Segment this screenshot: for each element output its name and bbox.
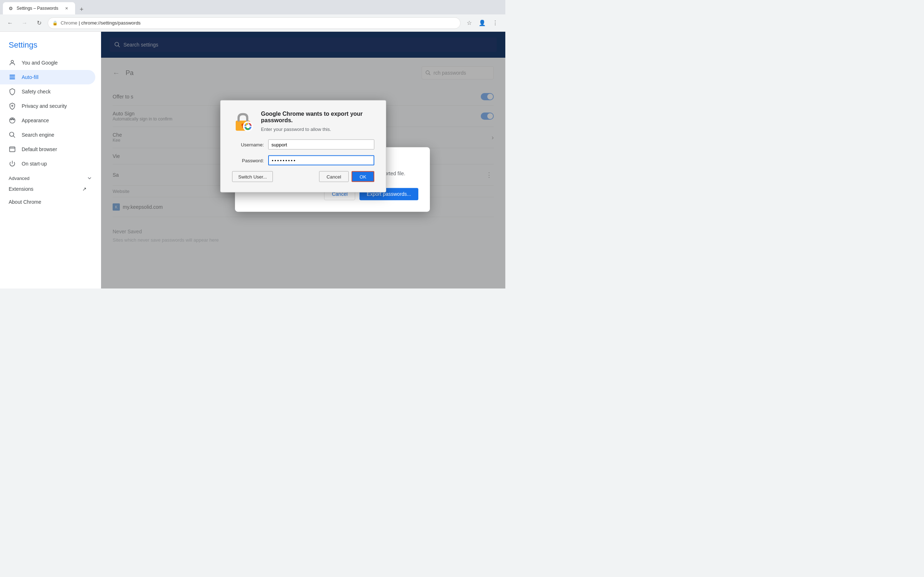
sidebar-item-on-startup[interactable]: On start-up [0, 156, 95, 171]
sidebar-item-label: Search engine [22, 132, 54, 138]
auth-ok-button[interactable]: OK [352, 171, 374, 182]
sidebar-item-search-engine[interactable]: Search engine [0, 128, 95, 142]
sidebar-item-label: On start-up [22, 161, 47, 167]
tab-bar: ⚙ Settings – Passwords ✕ + [0, 0, 505, 15]
auth-dialog-text: Google Chrome wants to export your passw… [261, 111, 374, 132]
tab-close-button[interactable]: ✕ [63, 5, 69, 11]
back-button[interactable]: ← [4, 17, 16, 29]
extensions-label: Extensions [9, 186, 33, 192]
svg-point-6 [10, 119, 11, 120]
svg-point-4 [11, 105, 13, 106]
advanced-label: Advanced [9, 176, 30, 181]
password-label: Password: [232, 158, 268, 163]
bookmark-button[interactable]: ☆ [464, 17, 475, 29]
main-content: ← Pa Offer to s [101, 32, 505, 288]
sidebar-item-label: Auto-fill [22, 74, 39, 80]
sidebar-item-label: Privacy and security [22, 103, 67, 109]
nav-actions: ☆ 👤 ⋮ [464, 17, 501, 29]
auth-dialog-title: Google Chrome wants to export your passw… [261, 111, 374, 124]
about-chrome-label: About Chrome [9, 199, 41, 205]
url-display: Chrome | chrome://settings/passwords [61, 20, 141, 26]
auth-cancel-button[interactable]: Cancel [319, 171, 349, 182]
sidebar: Settings You and Google Auto-fill Safety… [0, 32, 101, 288]
person-icon [9, 59, 16, 66]
forward-button[interactable]: → [19, 17, 30, 29]
sidebar-item-you-and-google[interactable]: You and Google [0, 56, 95, 70]
sidebar-item-about-chrome[interactable]: About Chrome [0, 195, 95, 208]
sidebar-item-safety-check[interactable]: Safety check [0, 84, 95, 99]
sidebar-item-label: Default browser [22, 147, 57, 152]
active-tab[interactable]: ⚙ Settings – Passwords ✕ [3, 2, 75, 15]
sidebar-item-extensions[interactable]: Extensions ↗ [0, 182, 95, 195]
svg-point-7 [12, 119, 13, 120]
list-icon [9, 74, 16, 81]
power-icon [9, 160, 16, 167]
tab-favicon: ⚙ [9, 6, 14, 11]
security-icon: 🔒 [52, 21, 58, 26]
sidebar-item-label: You and Google [22, 60, 58, 66]
shield-icon [9, 88, 16, 95]
sidebar-title: Settings [0, 37, 101, 56]
svg-rect-1 [10, 75, 15, 76]
external-link-icon: ↗ [82, 186, 87, 192]
auth-dialog-actions: Switch User... Cancel OK [232, 171, 374, 182]
username-input[interactable] [268, 140, 374, 150]
sidebar-section-advanced[interactable]: Advanced [0, 171, 101, 182]
new-tab-button[interactable]: + [76, 4, 87, 15]
sidebar-item-appearance[interactable]: Appearance [0, 113, 95, 128]
lock-chrome-icon [232, 111, 254, 132]
reload-button[interactable]: ↻ [33, 17, 45, 29]
url-scheme: Chrome [61, 20, 77, 26]
sidebar-item-default-browser[interactable]: Default browser [0, 142, 95, 156]
nav-bar: ← → ↻ 🔒 Chrome | chrome://settings/passw… [0, 15, 505, 32]
svg-point-0 [11, 60, 14, 63]
switch-user-button[interactable]: Switch User... [232, 171, 273, 182]
svg-rect-3 [10, 78, 15, 79]
sidebar-item-label: Safety check [22, 89, 50, 95]
svg-line-10 [13, 136, 15, 138]
username-field-row: Username: [232, 140, 374, 150]
browser-icon [9, 146, 16, 153]
svg-point-9 [10, 132, 14, 137]
menu-button[interactable]: ⋮ [489, 17, 501, 29]
palette-icon [9, 117, 16, 124]
sidebar-item-privacy-security[interactable]: Privacy and security [0, 99, 95, 113]
profile-button[interactable]: 👤 [477, 17, 488, 29]
svg-point-8 [13, 119, 14, 120]
sidebar-item-label: Appearance [22, 118, 49, 123]
tab-title: Settings – Passwords [16, 6, 61, 11]
browser-frame: ⚙ Settings – Passwords ✕ + ← → ↻ 🔒 Chrom… [0, 0, 505, 288]
page-content: Settings You and Google Auto-fill Safety… [0, 32, 505, 288]
address-bar[interactable]: 🔒 Chrome | chrome://settings/passwords [48, 17, 460, 29]
username-label: Username: [232, 142, 268, 147]
password-input[interactable] [268, 155, 374, 166]
search-icon [9, 131, 16, 139]
shield-lock-icon [9, 102, 16, 110]
password-field-row: Password: [232, 155, 374, 166]
sidebar-item-auto-fill[interactable]: Auto-fill [0, 70, 95, 84]
svg-rect-11 [10, 147, 15, 152]
auth-dialog-header: Google Chrome wants to export your passw… [232, 111, 374, 132]
auth-dialog-description: Enter your password to allow this. [261, 127, 374, 132]
svg-rect-2 [10, 76, 15, 77]
url-path: chrome://settings/passwords [81, 20, 141, 26]
auth-dialog: Google Chrome wants to export your passw… [220, 100, 386, 193]
svg-point-23 [246, 125, 250, 128]
